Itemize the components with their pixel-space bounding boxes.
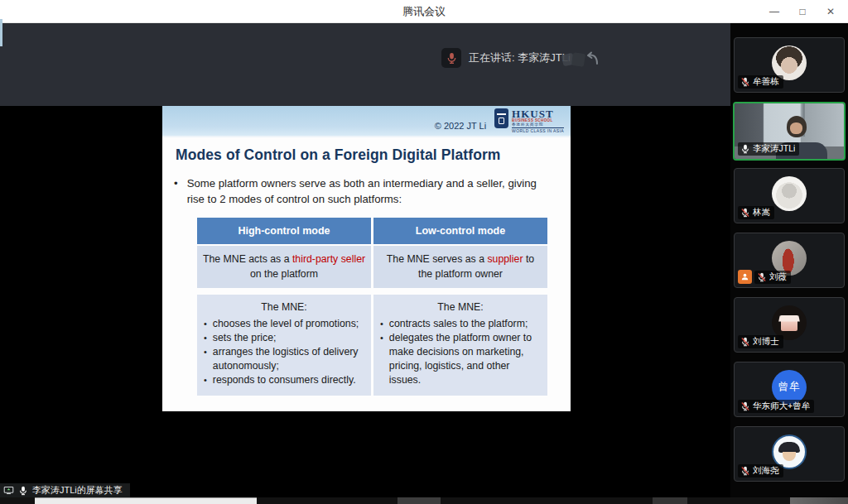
hkust-emblem-icon bbox=[494, 108, 508, 128]
taskbar-window-item[interactable] bbox=[35, 497, 257, 504]
taskbar-item[interactable] bbox=[653, 497, 687, 504]
monitor-icon bbox=[3, 485, 14, 496]
participant-tile[interactable]: 刘博士 bbox=[734, 297, 845, 353]
window-controls: — □ ✕ bbox=[760, 0, 845, 22]
participant-name-label: 李家涛JTLi bbox=[738, 142, 799, 156]
participant-name-label: 刘薇 bbox=[754, 271, 791, 284]
slide-title: Modes of Control on a Foreign Digital Pl… bbox=[176, 146, 571, 164]
participant-name-label: 林嵩 bbox=[738, 206, 774, 219]
participant-name-label: 牟善栋 bbox=[738, 75, 783, 89]
muted-mic-icon bbox=[740, 77, 750, 87]
participant-tile[interactable]: 曾牟 华东师大+曾牟 bbox=[734, 362, 845, 417]
cell-low-details: The MNE: •contracts sales to the platfor… bbox=[373, 295, 547, 395]
active-mic-icon bbox=[740, 144, 750, 154]
muted-mic-icon bbox=[740, 337, 750, 347]
speaking-indicator-text: 正在讲话: 李家涛JTLi bbox=[469, 50, 571, 65]
avatar-initials: 曾牟 bbox=[778, 380, 801, 394]
taskbar bbox=[0, 497, 848, 504]
participant-name-label: 刘海尧 bbox=[738, 464, 783, 478]
share-top-band bbox=[0, 23, 730, 106]
slide-header-band: © 2022 JT Li HKUST BUSINESS SCHOOL 香港科大商… bbox=[162, 106, 571, 137]
cell-high-definition: The MNE acts as a third-party seller on … bbox=[197, 246, 371, 288]
logo-cn-text: 香港科大商学院 bbox=[512, 123, 564, 127]
cell-low-definition: The MNE serves as a supplier to the plat… bbox=[373, 246, 547, 288]
participant-avatar bbox=[772, 176, 807, 211]
participant-name-label: 华东师大+曾牟 bbox=[738, 400, 814, 413]
table-header-row: High-control mode Low-control mode bbox=[197, 218, 547, 244]
slide-copyright: © 2022 JT Li bbox=[435, 121, 486, 133]
cell-high-details: The MNE: •chooses the level of promotion… bbox=[197, 295, 371, 395]
maximize-button[interactable]: □ bbox=[788, 0, 817, 22]
participants-sidebar: 牟善栋 李家涛JTLi 林嵩 bbox=[730, 23, 848, 504]
reaction-icons bbox=[560, 49, 601, 70]
speaking-indicator: 正在讲话: 李家涛JTLi bbox=[441, 48, 571, 68]
window-title: 腾讯会议 bbox=[402, 4, 446, 19]
left-edge-accent bbox=[0, 19, 2, 46]
participant-tile[interactable]: 刘海尧 bbox=[734, 426, 845, 482]
muted-mic-icon bbox=[740, 466, 750, 476]
slide-bullet-text: Some platform owners serve as both an in… bbox=[187, 176, 549, 207]
participant-name-label: 刘博士 bbox=[738, 335, 783, 348]
muted-mic-icon bbox=[757, 272, 767, 282]
screen-share-chip: 李家涛JTLi的屏幕共享 bbox=[0, 483, 130, 497]
active-mic-icon bbox=[446, 52, 458, 65]
logo-tagline: WORLD CLASS IN ASIA bbox=[512, 127, 564, 133]
table-header-high: High-control mode bbox=[197, 218, 371, 244]
taskbar-item[interactable] bbox=[398, 497, 441, 504]
table-header-low: Low-control mode bbox=[373, 218, 547, 244]
screen-share-view: 正在讲话: 李家涛JTLi © 2022 JT Li HKUST BUSINES… bbox=[0, 23, 730, 504]
host-badge-icon bbox=[738, 270, 752, 284]
screen-share-chip-text: 李家涛JTLi的屏幕共享 bbox=[32, 484, 123, 497]
red-emphasis: third-party seller bbox=[292, 253, 365, 265]
close-button[interactable]: ✕ bbox=[817, 0, 845, 22]
hkust-logo: HKUST BUSINESS SCHOOL 香港科大商学院 WORLD CLAS… bbox=[494, 108, 564, 133]
speaking-mic-chip bbox=[441, 48, 461, 68]
participant-tile-active-speaker[interactable]: 李家涛JTLi bbox=[733, 102, 846, 161]
window-titlebar: 腾讯会议 — □ ✕ bbox=[0, 0, 848, 23]
minimize-button[interactable]: — bbox=[760, 0, 788, 22]
slide-bullet: • Some platform owners serve as both an … bbox=[174, 176, 549, 207]
presentation-slide: © 2022 JT Li HKUST BUSINESS SCHOOL 香港科大商… bbox=[162, 106, 571, 411]
participant-tile[interactable]: 林嵩 bbox=[734, 168, 845, 223]
participant-tile[interactable]: 刘薇 bbox=[734, 233, 845, 288]
taskbar-tray[interactable] bbox=[790, 497, 848, 504]
muted-mic-icon bbox=[740, 401, 750, 411]
muted-mic-icon bbox=[740, 208, 750, 218]
meeting-main: 正在讲话: 李家涛JTLi © 2022 JT Li HKUST BUSINES… bbox=[0, 23, 848, 504]
table-row-details: The MNE: •chooses the level of promotion… bbox=[197, 295, 547, 395]
participant-tile[interactable]: 牟善栋 bbox=[734, 37, 845, 93]
mic-icon bbox=[18, 486, 28, 496]
red-emphasis: supplier bbox=[487, 253, 523, 265]
control-modes-table: High-control mode Low-control mode The M… bbox=[197, 218, 547, 395]
table-row-definition: The MNE acts as a third-party seller on … bbox=[197, 246, 547, 288]
